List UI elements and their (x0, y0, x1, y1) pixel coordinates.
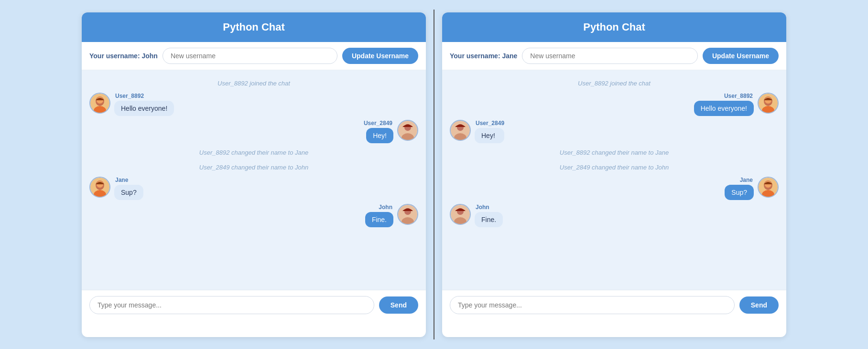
system-msg: User_8892 joined the chat (89, 78, 418, 89)
avatar (758, 177, 779, 198)
message-row: John Fine. (450, 204, 779, 227)
username-label-2: Your username: Jane (450, 52, 517, 60)
message-wrap: User_2849 Hey! (364, 120, 393, 143)
sender-name: John (475, 204, 503, 211)
message-wrap: John Fine. (475, 204, 503, 227)
messages-area-1: User_8892 joined the chat User_8892 Hell… (82, 70, 426, 290)
message-wrap: User_2849 Hey! (475, 120, 504, 143)
username-input-1[interactable] (163, 48, 337, 64)
message-input-2[interactable] (450, 296, 735, 314)
system-msg: User_8892 joined the chat (450, 78, 779, 89)
sender-name: Jane (114, 177, 143, 183)
message-row: User_8892 Hello everyone! (450, 93, 779, 116)
avatar (450, 120, 471, 141)
message-input-bar-1: Send (82, 290, 426, 320)
message-bubble: Sup? (114, 185, 143, 200)
message-bubble: Hey! (366, 128, 393, 143)
update-username-btn-2[interactable]: Update Username (703, 48, 779, 64)
send-btn-2[interactable]: Send (739, 296, 779, 314)
sender-name: Jane (740, 177, 754, 183)
divider (434, 10, 434, 339)
username-input-2[interactable] (522, 48, 698, 64)
message-wrap: User_8892 Hello everyone! (114, 93, 174, 116)
message-row: John Fine. (89, 204, 418, 227)
message-bubble: Sup? (725, 185, 754, 200)
message-row: User_2849 Hey! (89, 120, 418, 143)
chat-window-2: Python Chat Your username: Jane Update U… (442, 12, 786, 337)
sender-name: User_8892 (114, 93, 174, 99)
message-row: Jane Sup? (89, 177, 418, 200)
sender-name: User_2849 (364, 120, 393, 127)
message-bubble: Hello everyone! (694, 101, 754, 116)
messages-area-2: User_8892 joined the chat User_8892 Hell… (442, 70, 786, 290)
message-row: Jane Sup? (450, 177, 779, 200)
sender-name: User_8892 (724, 93, 754, 99)
avatar (397, 120, 418, 141)
message-wrap: Jane Sup? (114, 177, 143, 200)
avatar (89, 177, 110, 198)
message-row: User_8892 Hello everyone! (89, 93, 418, 116)
message-wrap: User_8892 Hello everyone! (694, 93, 754, 116)
chat-header-2: Python Chat (442, 12, 786, 42)
chat-title-2: Python Chat (583, 21, 645, 33)
update-username-btn-1[interactable]: Update Username (342, 48, 418, 64)
system-msg: User_8892 changed their name to Jane (89, 147, 418, 158)
system-msg: User_8892 changed their name to Jane (450, 147, 779, 158)
message-bubble: Hey! (475, 128, 504, 143)
chat-title-1: Python Chat (223, 21, 285, 33)
avatar (397, 204, 418, 225)
chat-header-1: Python Chat (82, 12, 426, 42)
message-input-bar-2: Send (442, 290, 786, 320)
chat-window-1: Python Chat Your username: John Update U… (82, 12, 426, 337)
avatar (758, 93, 779, 114)
system-msg: User_2849 changed their name to John (89, 162, 418, 173)
message-bubble: Fine. (365, 212, 393, 227)
send-btn-1[interactable]: Send (379, 296, 418, 314)
message-row: User_2849 Hey! (450, 120, 779, 143)
username-bar-2: Your username: Jane Update Username (442, 42, 786, 70)
sender-name: John (379, 204, 393, 211)
username-bar-1: Your username: John Update Username (82, 42, 426, 70)
message-bubble: Fine. (475, 212, 503, 227)
system-msg: User_2849 changed their name to John (450, 162, 779, 173)
message-input-1[interactable] (89, 296, 374, 314)
message-bubble: Hello everyone! (114, 101, 174, 116)
username-label-1: Your username: John (89, 52, 158, 60)
message-wrap: John Fine. (365, 204, 393, 227)
message-wrap: Jane Sup? (725, 177, 754, 200)
avatar (89, 93, 110, 114)
sender-name: User_2849 (475, 120, 504, 127)
avatar (450, 204, 471, 225)
